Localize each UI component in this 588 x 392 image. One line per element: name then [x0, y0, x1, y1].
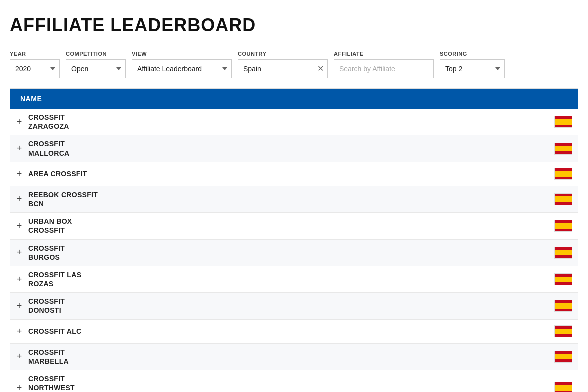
spain-flag-icon: [554, 168, 572, 180]
expand-button[interactable]: +: [10, 301, 28, 312]
table-row: +URBAN BOX CROSSFIT: [10, 213, 578, 240]
leaderboard-table: NAME +CROSSFIT ZARAGOZA+CROSSFIT MALLORC…: [10, 88, 578, 392]
spain-flag-icon: [554, 194, 572, 206]
table-row: +REEBOK CROSSFIT BCN: [10, 186, 578, 213]
table-row: +AREA CROSSFIT: [10, 162, 578, 186]
spain-flag-icon: [554, 351, 572, 363]
expand-button[interactable]: +: [10, 248, 28, 258]
expand-button[interactable]: +: [10, 326, 28, 337]
filters-row: YEAR 2020 2021 2022 2023 COMPETITION Ope…: [10, 51, 578, 78]
expand-button[interactable]: +: [10, 274, 28, 285]
year-label: YEAR: [10, 51, 60, 57]
year-filter-group: YEAR 2020 2021 2022 2023: [10, 51, 60, 78]
country-filter-group: COUNTRY ✕: [238, 51, 328, 78]
table-header: NAME: [10, 89, 578, 109]
scoring-select[interactable]: Top 2 Top 3 Top 5 Top 10: [440, 60, 505, 78]
row-name: CROSSFIT MARBELLA: [28, 348, 553, 366]
view-filter-group: VIEW Affiliate Leaderboard Individual Le…: [132, 51, 232, 78]
row-name: CROSSFIT NORTHWEST PATERNA: [28, 374, 553, 392]
country-input-wrapper: ✕: [238, 60, 328, 78]
row-flag: [553, 382, 578, 392]
row-name: REEBOK CROSSFIT BCN: [28, 190, 553, 208]
country-input[interactable]: [238, 60, 328, 78]
table-row: +CROSSFIT BURGOS: [10, 240, 578, 266]
row-flag: [553, 300, 578, 312]
spain-flag-icon: [554, 220, 572, 232]
row-flag: [553, 274, 578, 286]
name-column-header: NAME: [20, 95, 42, 103]
expand-button[interactable]: +: [10, 383, 28, 392]
table-row: +CROSSFIT ALC: [10, 320, 578, 344]
table-row: +CROSSFIT MARBELLA: [10, 344, 578, 370]
row-name: CROSSFIT LAS ROZAS: [28, 270, 553, 288]
row-name: CROSSFIT DONOSTI: [28, 297, 553, 315]
row-name: CROSSFIT MALLORCA: [28, 140, 553, 158]
scoring-filter-group: SCORING Top 2 Top 3 Top 5 Top 10: [440, 51, 505, 78]
expand-button[interactable]: +: [10, 144, 28, 154]
table-row: +CROSSFIT DONOSTI: [10, 293, 578, 320]
row-name: CROSSFIT BURGOS: [28, 244, 553, 262]
row-flag: [553, 168, 578, 180]
spain-flag-icon: [554, 382, 572, 392]
row-flag: [553, 247, 578, 259]
expand-button[interactable]: +: [10, 352, 28, 362]
table-row: +CROSSFIT MALLORCA: [10, 136, 578, 162]
row-name: AREA CROSSFIT: [28, 170, 553, 178]
row-flag: [553, 194, 578, 206]
spain-flag-icon: [554, 116, 572, 128]
competition-select[interactable]: Open Quarterfinals Semifinals: [66, 60, 126, 78]
expand-button[interactable]: +: [10, 169, 28, 180]
row-flag: [553, 326, 578, 338]
table-row: +CROSSFIT ZARAGOZA: [10, 109, 578, 136]
country-label: COUNTRY: [238, 51, 328, 57]
row-flag: [553, 116, 578, 128]
expand-button[interactable]: +: [10, 221, 28, 232]
year-select[interactable]: 2020 2021 2022 2023: [10, 60, 60, 78]
row-flag: [553, 351, 578, 363]
view-label: VIEW: [132, 51, 232, 57]
row-name: CROSSFIT ZARAGOZA: [28, 113, 553, 131]
affiliate-label: AFFILIATE: [334, 51, 434, 57]
spain-flag-icon: [554, 143, 572, 155]
page-title: AFFILIATE LEADERBOARD: [10, 15, 578, 36]
expand-button[interactable]: +: [10, 194, 28, 204]
row-flag: [553, 143, 578, 155]
competition-filter-group: COMPETITION Open Quarterfinals Semifinal…: [66, 51, 126, 78]
spain-flag-icon: [554, 274, 572, 286]
row-flag: [553, 220, 578, 232]
view-select[interactable]: Affiliate Leaderboard Individual Leaderb…: [132, 60, 232, 78]
spain-flag-icon: [554, 300, 572, 312]
competition-label: COMPETITION: [66, 51, 126, 57]
spain-flag-icon: [554, 247, 572, 259]
table-row: +CROSSFIT LAS ROZAS: [10, 266, 578, 293]
row-name: CROSSFIT ALC: [28, 327, 553, 336]
table-row: +CROSSFIT NORTHWEST PATERNA: [10, 370, 578, 392]
country-clear-button[interactable]: ✕: [316, 64, 325, 74]
page-container: AFFILIATE LEADERBOARD YEAR 2020 2021 202…: [0, 0, 588, 392]
spain-flag-icon: [554, 326, 572, 338]
affiliate-filter-group: AFFILIATE: [334, 51, 434, 78]
scoring-label: SCORING: [440, 51, 505, 57]
row-name: URBAN BOX CROSSFIT: [28, 217, 553, 235]
table-body: +CROSSFIT ZARAGOZA+CROSSFIT MALLORCA+ARE…: [10, 109, 578, 392]
affiliate-input[interactable]: [334, 60, 434, 78]
expand-button[interactable]: +: [10, 117, 28, 128]
